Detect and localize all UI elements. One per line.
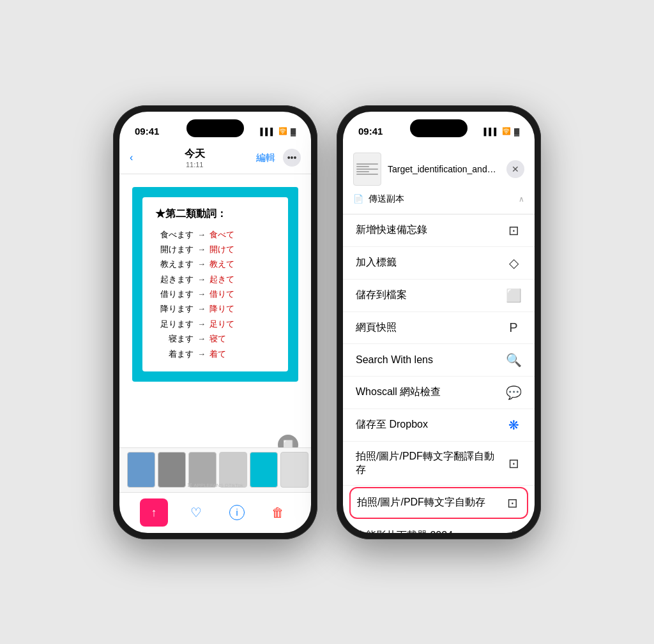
card-title: ★第二類動詞： — [155, 207, 275, 221]
menu-item[interactable]: Search With lens 🔍 — [343, 344, 535, 377]
doc-preview — [354, 153, 381, 185]
vocab-base: 食べます — [155, 227, 194, 242]
vocab-row: 開けます → 開けて — [155, 242, 275, 257]
menu-item[interactable]: 全能影片下載器 2024 ⬇ — [343, 520, 535, 533]
thumb-1[interactable] — [127, 452, 155, 488]
vocab-row: 寝ます → 寝て — [155, 331, 275, 346]
wifi-icon-left: 🛜 — [278, 127, 287, 135]
menu-item-label: 儲存至 Dropbox — [356, 418, 498, 431]
doc-line-1 — [356, 163, 378, 165]
send-copy-icon: 📄 — [353, 194, 363, 204]
vocab-base: 寝ます — [155, 331, 194, 346]
signal-icon-left: ▌▌▌ — [261, 128, 275, 135]
menu-item-label: Whoscall 網站檢查 — [356, 386, 498, 399]
vocab-te: 起きて — [209, 272, 234, 287]
menu-item-icon: ⬇ — [505, 528, 522, 533]
edit-button[interactable]: 編輯 — [256, 152, 275, 164]
share-menu: 新增快速備忘錄 ⊡ 加入標籤 ◇ 儲存到檔案 ⬜ 網頁快照 P Search W… — [343, 214, 535, 533]
menu-item[interactable]: 網頁快照 P — [343, 312, 535, 344]
menu-item[interactable]: 加入標籤 ◇ — [343, 247, 535, 280]
vocab-arrow: → — [197, 331, 206, 346]
doc-name: Target_identification_and_mec... — [388, 164, 500, 174]
menu-item-icon: P — [505, 320, 522, 335]
doc-thumbnail — [353, 153, 381, 186]
share-button[interactable]: ↑ — [140, 498, 168, 527]
vocab-base: 開けます — [155, 242, 194, 257]
chevron-icon: ∧ — [519, 195, 524, 204]
left-phone: 09:41 ▌▌▌ 🛜 ▓ ‹ 今天 11:11 編輯 ••• — [113, 105, 317, 539]
menu-item-label: 新增快速備忘錄 — [356, 223, 498, 237]
menu-item-label: 拍照/圖片/PDF轉文字自動存 — [357, 496, 496, 509]
watermark: ⌘ APPLEFANS DTikTok — [187, 483, 243, 488]
thumb-2[interactable] — [158, 452, 186, 488]
vocab-te: 寝て — [209, 331, 226, 346]
menu-item[interactable]: Whoscall 網站檢查 💬 — [343, 377, 535, 409]
menu-item[interactable]: 儲存到檔案 ⬜ — [343, 280, 535, 312]
vocab-base: 教えます — [155, 257, 194, 271]
doc-line-2 — [356, 166, 369, 167]
vocab-arrow: → — [197, 272, 206, 287]
close-button[interactable]: ✕ — [506, 160, 524, 178]
menu-item-label: Search With lens — [356, 354, 498, 366]
heart-button[interactable]: ♡ — [183, 500, 209, 525]
status-icons-right: ▌▌▌ 🛜 ▓ — [484, 127, 519, 135]
menu-item-label: 網頁快照 — [356, 321, 498, 334]
nav-title-main: 今天 — [185, 147, 205, 161]
thumb-6[interactable] — [280, 452, 308, 488]
time-right: 09:41 — [358, 126, 383, 137]
vocab-arrow: → — [197, 242, 206, 257]
menu-item-icon: ◇ — [505, 255, 522, 271]
menu-item-label: 加入標籤 — [356, 256, 498, 269]
doc-line-5 — [356, 174, 378, 175]
note-image-area: ★第二類動詞： 食べます → 食べて 開けます → 開けて 教えます → 教えて… — [119, 181, 311, 389]
menu-item[interactable]: 拍照/圖片/PDF轉文字自動存 ⊡ — [349, 487, 528, 519]
info-button[interactable]: i — [224, 500, 250, 525]
vocab-arrow: → — [197, 227, 206, 242]
doc-line-4 — [356, 171, 369, 172]
menu-item-icon: 💬 — [505, 385, 522, 400]
vocab-te: 借りて — [209, 287, 234, 301]
back-button[interactable]: ‹ — [130, 152, 133, 163]
nav-title: 今天 11:11 — [185, 147, 205, 168]
menu-item-label: 儲存到檔案 — [356, 288, 498, 302]
vocab-te: 降りて — [209, 301, 234, 316]
vocab-arrow: → — [197, 301, 206, 316]
menu-item-icon: 🔍 — [505, 352, 522, 368]
status-icons-left: ▌▌▌ 🛜 ▓ — [261, 127, 296, 135]
send-copy-row[interactable]: 📄 傳送副本 ∧ — [353, 191, 524, 207]
vocab-base: 降ります — [155, 301, 194, 316]
thumb-5[interactable] — [250, 452, 278, 488]
vocab-base: 起きます — [155, 272, 194, 287]
share-sheet: Target_identification_and_mec... ✕ 📄 傳送副… — [343, 145, 535, 533]
more-button[interactable]: ••• — [283, 149, 301, 167]
menu-item[interactable]: 新增快速備忘錄 ⊡ — [343, 214, 535, 247]
vocab-row: 食べます → 食べて — [155, 227, 275, 242]
vocab-table: 食べます → 食べて 開けます → 開けて 教えます → 教えて 起きます → … — [155, 227, 275, 362]
vocab-row: 降ります → 降りて — [155, 301, 275, 316]
battery-icon-left: ▓ — [291, 128, 296, 135]
vocab-arrow: → — [197, 347, 206, 361]
notes-content: ★第二類動詞： 食べます → 食べて 開けます → 開けて 教えます → 教えて… — [119, 174, 311, 441]
menu-item[interactable]: 儲存至 Dropbox ❋ — [343, 409, 535, 442]
trash-button[interactable]: 🗑 — [265, 500, 291, 525]
vocab-base: 着ます — [155, 347, 194, 361]
menu-item-icon: ⬜ — [505, 288, 522, 303]
vocab-row: 足ります → 足りて — [155, 317, 275, 331]
dynamic-island-right — [410, 119, 468, 137]
share-doc-row: Target_identification_and_mec... ✕ — [353, 153, 524, 186]
vocab-arrow: → — [197, 257, 206, 271]
battery-icon-right: ▓ — [514, 128, 519, 135]
nav-title-sub: 11:11 — [185, 161, 205, 168]
menu-item-icon: ⊡ — [504, 495, 521, 511]
nav-bar-left: ‹ 今天 11:11 編輯 ••• — [119, 145, 311, 174]
signal-icon-right: ▌▌▌ — [484, 128, 499, 135]
vocab-te: 開けて — [209, 242, 234, 257]
vocab-row: 起きます → 起きて — [155, 272, 275, 287]
menu-item[interactable]: 拍照/圖片/PDF轉文字翻譯自動存 ⊡ — [343, 442, 535, 486]
send-copy-label: 傳送副本 — [369, 193, 513, 205]
cyan-card: ★第二類動詞： 食べます → 食べて 開けます → 開けて 教えます → 教えて… — [132, 187, 298, 382]
vocab-te: 足りて — [209, 317, 234, 331]
menu-item-label: 全能影片下載器 2024 — [356, 529, 498, 533]
menu-item-label: 拍照/圖片/PDF轉文字翻譯自動存 — [356, 450, 498, 477]
white-card: ★第二類動詞： 食べます → 食べて 開けます → 開けて 教えます → 教えて… — [142, 197, 288, 372]
